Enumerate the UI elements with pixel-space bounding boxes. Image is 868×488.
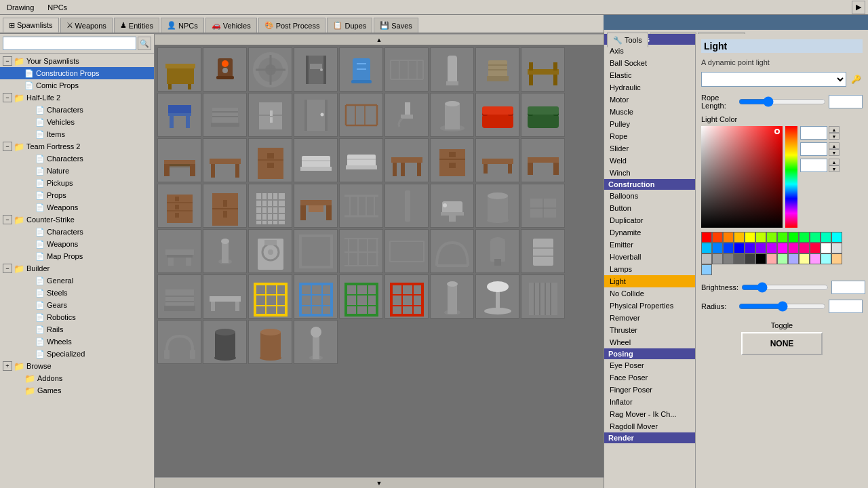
light-key-icon[interactable]: 🔑 (849, 73, 863, 86)
grid-item[interactable] (430, 184, 474, 228)
palette-swatch[interactable] (723, 232, 734, 243)
tree-item-comic-props[interactable]: 📄Comic Props (0, 79, 154, 92)
constraint-pulley[interactable]: Pulley (604, 118, 695, 130)
constraint-rag-mover---ik-ch...[interactable]: Rag Mover - Ik Ch... (604, 408, 695, 420)
palette-swatch[interactable] (788, 253, 799, 264)
grid-item[interactable] (384, 184, 429, 228)
palette-swatch[interactable] (777, 232, 788, 243)
palette-swatch[interactable] (810, 232, 821, 243)
constraint-finger-poser[interactable]: Finger Poser (604, 384, 695, 396)
tree-item-builder-robotics[interactable]: 📄Robotics (0, 311, 154, 323)
grid-item[interactable] (248, 47, 292, 92)
grid-item[interactable] (203, 93, 247, 137)
grid-item[interactable] (339, 93, 383, 137)
grid-item[interactable] (339, 229, 383, 273)
palette-swatch[interactable] (810, 253, 821, 264)
constraint-no-collide[interactable]: No Collide (604, 287, 695, 300)
palette-swatch[interactable] (701, 243, 712, 253)
tree-item-half-life-2[interactable]: −📁Half-Life 2 (0, 92, 154, 104)
brightness-slider[interactable] (741, 282, 829, 293)
grid-item[interactable] (294, 93, 338, 137)
constraint-motor[interactable]: Motor (604, 94, 695, 106)
palette-swatch[interactable] (810, 243, 821, 253)
tree-item-tf2-pickups[interactable]: 📄Pickups (0, 177, 154, 189)
palette-swatch[interactable] (831, 232, 842, 243)
palette-swatch[interactable] (831, 243, 842, 253)
tab-dupes[interactable]: 📋Dupes (327, 18, 372, 33)
hue-bar[interactable] (785, 126, 797, 228)
palette-swatch[interactable] (799, 243, 810, 253)
tree-item-hl2-vehicles[interactable]: 📄Vehicles (0, 116, 154, 128)
constraint-light[interactable]: Light (604, 275, 695, 287)
constraint-physical-properties[interactable]: Physical Properties (604, 300, 695, 312)
tree-item-cs-characters[interactable]: 📄Characters (0, 226, 154, 238)
grid-item[interactable] (384, 138, 429, 182)
constraint-weld[interactable]: Weld (604, 155, 695, 167)
grid-item[interactable] (203, 138, 247, 182)
constraint-inflator[interactable]: Inflator (604, 396, 695, 408)
search-input[interactable] (3, 37, 136, 50)
grid-item[interactable] (339, 47, 383, 92)
tree-item-cs-map-props[interactable]: 📄Map Props (0, 250, 154, 262)
grid-scroll-up[interactable]: ▲ (155, 34, 604, 45)
grid-item[interactable] (384, 93, 429, 137)
grid-item[interactable] (248, 93, 292, 137)
constraint-hydraulic[interactable]: Hydraulic (604, 81, 695, 94)
color-b-input[interactable]: 255 (800, 159, 827, 172)
tab-entities[interactable]: ♟Entities (114, 18, 159, 33)
grid-item[interactable] (475, 47, 519, 92)
constraint-duplicator[interactable]: Duplicator (604, 214, 695, 226)
grid-item[interactable] (294, 274, 338, 319)
constraint-ragdoll-mover[interactable]: Ragdoll Mover (604, 420, 695, 432)
palette-swatch[interactable] (734, 232, 745, 243)
tab-weapons[interactable]: ⚔Weapons (60, 18, 113, 33)
tree-item-construction-props[interactable]: 📄Construction Props (0, 67, 154, 79)
grid-item[interactable] (430, 47, 474, 92)
grid-item[interactable] (475, 229, 519, 273)
grid-item[interactable] (157, 184, 201, 228)
tree-item-builder-rails[interactable]: 📄Rails (0, 323, 154, 336)
grid-item[interactable] (203, 274, 247, 319)
palette-swatch[interactable] (723, 253, 734, 264)
color-r-up[interactable]: ▲ (829, 126, 840, 133)
palette-swatch[interactable] (777, 253, 788, 264)
radius-value[interactable]: 256.00 (829, 300, 863, 313)
tree-item-builder-general[interactable]: 📄General (0, 274, 154, 287)
palette-swatch[interactable] (745, 253, 755, 264)
grid-item[interactable] (521, 229, 565, 273)
palette-swatch[interactable] (788, 232, 799, 243)
palette-swatch[interactable] (788, 243, 799, 253)
grid-item[interactable] (430, 93, 474, 137)
grid-item[interactable] (248, 138, 292, 182)
palette-swatch[interactable] (734, 253, 745, 264)
grid-item[interactable] (157, 274, 201, 319)
grid-item[interactable] (157, 138, 201, 182)
palette-swatch[interactable] (712, 243, 723, 253)
grid-item[interactable] (203, 320, 247, 364)
menu-npcs[interactable]: NPCs (43, 2, 71, 13)
tree-item-counter-strike[interactable]: −📁Counter-Strike (0, 214, 154, 226)
grid-item[interactable] (248, 229, 292, 273)
grid-item[interactable] (157, 229, 201, 273)
tree-item-builder-specialized[interactable]: 📄Specialized (0, 348, 154, 360)
palette-swatch[interactable] (755, 232, 766, 243)
tab-vehicles[interactable]: 🚗Vehicles (205, 18, 257, 33)
grid-item[interactable] (384, 274, 429, 319)
tools-tab-tools[interactable]: 🔧Tools (607, 33, 648, 47)
grid-scroll-down[interactable]: ▼ (155, 477, 604, 488)
titlebar-arrow[interactable]: ▶ (852, 1, 865, 14)
palette-swatch[interactable] (755, 253, 766, 264)
palette-swatch[interactable] (745, 243, 755, 253)
item-grid[interactable] (155, 45, 604, 477)
grid-item[interactable] (339, 184, 383, 228)
color-b-down[interactable]: ▼ (829, 165, 840, 172)
none-button[interactable]: NONE (741, 332, 823, 355)
grid-item[interactable] (521, 184, 565, 228)
grid-item[interactable] (157, 47, 201, 92)
grid-item[interactable] (384, 229, 429, 273)
tree-item-cs-weapons[interactable]: 📄Weapons (0, 238, 154, 250)
constraint-balloons[interactable]: Balloons (604, 190, 695, 202)
constraint-eye-poser[interactable]: Eye Poser (604, 359, 695, 371)
palette-swatch[interactable] (821, 253, 831, 264)
tree-item-hl2-items[interactable]: 📄Items (0, 128, 154, 140)
